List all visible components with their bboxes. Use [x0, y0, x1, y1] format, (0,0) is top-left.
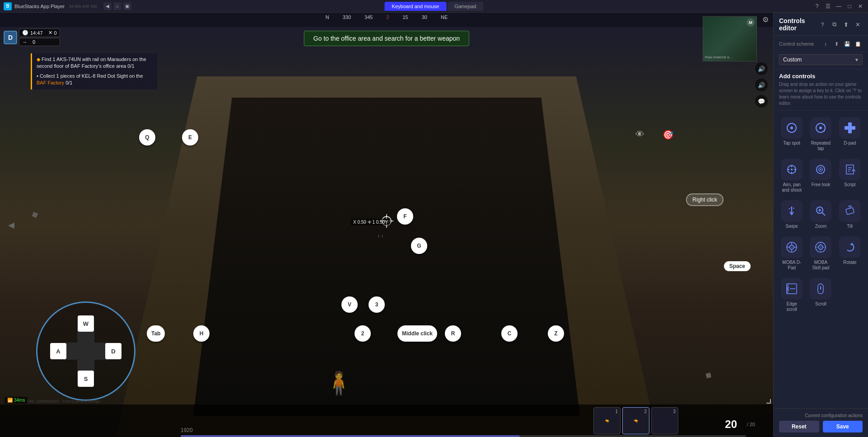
close-button[interactable]: ✕ [856, 2, 864, 10]
menu-button[interactable]: ☰ [824, 2, 832, 10]
panel-restore-btn[interactable]: ⧉ [829, 19, 839, 29]
controls-grid-inner: Tap spot Repeated tap [779, 115, 863, 314]
tap-spot-label: Tap spot [783, 141, 800, 146]
key-2[interactable]: 2 [355, 325, 371, 342]
game-settings-icon[interactable]: ⚙ [762, 15, 769, 24]
tab-keyboard-mouse[interactable]: Keyboard and mouse [385, 2, 447, 11]
controls-grid: Tap spot Repeated tap [774, 111, 868, 408]
edge-scroll-icon-wrapper [781, 278, 803, 300]
ctrl-zoom[interactable]: Zoom [808, 198, 833, 231]
ctrl-scroll[interactable]: Scroll [808, 276, 833, 314]
key-v[interactable]: V [341, 296, 358, 313]
eye-icon-1[interactable]: 👁 [635, 129, 644, 140]
minimize-button[interactable]: — [835, 2, 843, 10]
player-model: 🧍 [325, 370, 353, 396]
titlebar-tabs: Keyboard and mouse Gamepad [385, 2, 484, 11]
moba-skill-icon-wrapper [810, 236, 831, 258]
back-button[interactable]: ◀ [103, 2, 112, 10]
resize-handle[interactable] [766, 399, 771, 404]
middle-click-btn[interactable]: Middle click [397, 325, 437, 342]
dpad-down-btn[interactable]: S [78, 371, 94, 387]
key-q[interactable]: Q [139, 129, 155, 146]
tilt-icon [844, 205, 856, 217]
key-f[interactable]: F [397, 208, 413, 225]
bluestacks-logo: B [4, 2, 12, 10]
repeated-tap-label: Repeated tap [810, 141, 831, 151]
ctrl-aim-pan-shoot[interactable]: Aim, pan and shoot [779, 157, 804, 195]
dpad-left-btn[interactable]: A [50, 343, 66, 359]
left-arrow-button[interactable]: ◀ [8, 220, 14, 230]
window-button[interactable]: ▣ [123, 2, 131, 10]
ctrl-rotate[interactable]: Rotate [837, 235, 863, 273]
ctrl-edge-scroll[interactable]: Edge scroll [779, 276, 804, 314]
key-tab[interactable]: Tab [147, 325, 165, 342]
key-c[interactable]: C [501, 325, 518, 342]
compass-2: 2 [386, 14, 389, 20]
dpad-up-btn[interactable]: W [78, 315, 94, 332]
status-bar: 📶 34ms [5, 397, 28, 404]
ctrl-moba-dpad[interactable]: MOBA D-Pad [779, 235, 804, 273]
top-notification: Go to the office area and search for a b… [304, 31, 469, 46]
svg-point-40 [818, 245, 823, 249]
weapon-slot-2[interactable]: 2 🔫 [622, 407, 649, 434]
weapon-slot-3[interactable]: 3 [651, 407, 678, 434]
panel-header-buttons: ? ⧉ ⬆ ✕ [817, 19, 863, 29]
svg-rect-13 [852, 126, 855, 130]
scheme-save-btn[interactable]: 💾 [843, 39, 852, 48]
minimap-label: Raw material a... [705, 55, 755, 59]
weapon-slots: 1 🔫 2 🔫 3 [593, 407, 678, 434]
scheme-share-btn[interactable]: ↕ [821, 39, 830, 48]
sound-icon-1[interactable]: 🔊 [755, 62, 768, 75]
hud-top-bar: N 330 345 2 15 30 NE [0, 13, 773, 27]
scheme-action-buttons: ↕ ⬆ 💾 📋 [821, 39, 863, 48]
progress-bar-container [181, 435, 746, 437]
svg-point-9 [819, 127, 822, 129]
svg-point-20 [791, 169, 793, 170]
key-h[interactable]: H [193, 325, 210, 342]
sound-icon-3[interactable]: 💬 [755, 95, 768, 108]
repeated-tap-icon [814, 122, 827, 134]
ctrl-tap-spot[interactable]: Tap spot [779, 115, 804, 153]
mission-panel: ◆ Find 1 AKS-74UN with rail on Marauders… [31, 53, 157, 89]
ctrl-free-look[interactable]: Free look [808, 157, 833, 195]
key-r[interactable]: R [445, 325, 461, 342]
dpad-right-btn[interactable]: D [105, 343, 121, 359]
weapon-bar: 📶 34ms UID: 2284006640 · Yx9+cUk/N/IK55m… [0, 404, 773, 437]
space-btn[interactable]: Space [724, 261, 751, 271]
sound-icon-2[interactable]: 🔊 [755, 79, 768, 91]
weapon-slot-1[interactable]: 1 🔫 [593, 407, 621, 434]
key-g[interactable]: G [411, 238, 427, 254]
kills-icon: ✕ [48, 30, 52, 36]
tab-gamepad[interactable]: Gamepad [447, 2, 483, 11]
key-3[interactable]: 3 [369, 296, 385, 313]
scheme-copy-btn[interactable]: 📋 [854, 39, 863, 48]
ctrl-repeated-tap[interactable]: Repeated tap [808, 115, 833, 153]
controls-panel-header: Controls editor ? ⧉ ⬆ ✕ [774, 13, 868, 36]
maximize-button[interactable]: □ [845, 2, 854, 10]
scheme-upload-btn[interactable]: ⬆ [832, 39, 841, 48]
game-area: N 330 345 2 15 30 NE D 🕐 14:47 ✕ 0 [0, 13, 773, 437]
right-click-btn[interactable]: Right click [686, 193, 723, 206]
ctrl-dpad[interactable]: D-pad [837, 115, 863, 153]
help-button[interactable]: ? [813, 2, 821, 10]
controls-panel-title: Controls editor [779, 17, 817, 32]
panel-close-btn[interactable]: ✕ [853, 19, 863, 29]
tap-spot-icon [785, 122, 798, 134]
aim-dot-icon[interactable]: 🎯 [663, 129, 674, 140]
scheme-select[interactable]: Custom [779, 54, 863, 65]
key-z[interactable]: Z [548, 325, 564, 342]
compass: N 330 345 2 15 30 NE [0, 13, 773, 22]
panel-help-btn[interactable]: ? [817, 19, 827, 29]
home-button[interactable]: ⌂ [113, 2, 121, 10]
ctrl-tilt[interactable]: Tilt [837, 198, 863, 231]
panel-upload-btn[interactable]: ⬆ [841, 19, 851, 29]
ctrl-script[interactable]: Script [837, 157, 863, 195]
ctrl-moba-skill[interactable]: MOBA Skill pad [808, 235, 833, 273]
key-e[interactable]: E [182, 129, 198, 146]
compass-n: N [326, 14, 329, 20]
aim-pan-shoot-icon-wrapper [781, 159, 803, 180]
ctrl-swipe[interactable]: Swipe [779, 198, 804, 231]
reset-button[interactable]: Reset [779, 421, 819, 432]
save-button[interactable]: Save [823, 421, 863, 432]
add-controls-section: Add controls Drag and drop an action on … [774, 69, 868, 111]
